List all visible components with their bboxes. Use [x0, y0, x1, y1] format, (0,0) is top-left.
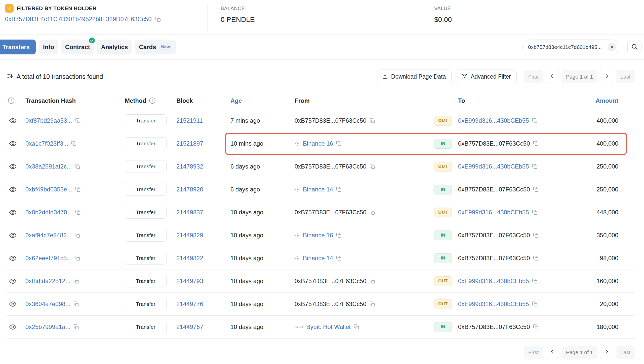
block-link[interactable]: 21449837: [176, 209, 203, 216]
tx-hash-link[interactable]: 0xaf94c7e8482...: [25, 232, 72, 239]
copy-icon[interactable]: [370, 118, 375, 123]
block-link[interactable]: 21478932: [176, 163, 203, 170]
age-header-toggle[interactable]: Age: [230, 97, 242, 104]
copy-icon[interactable]: [336, 233, 342, 238]
amount-text: 448,000: [596, 209, 618, 216]
amount-text: 20,000: [600, 301, 618, 308]
block-link[interactable]: 21449829: [176, 232, 203, 239]
pagination-first-button[interactable]: First: [524, 70, 543, 83]
tx-hash-link[interactable]: 0x0b2ddfd3470...: [25, 209, 72, 216]
tab-cards[interactable]: Cards New: [135, 40, 176, 54]
holder-address-link[interactable]: 0xB757D83E4c11C7D601b49522b8F329D07F63Cc…: [5, 16, 152, 23]
preview-eye-button[interactable]: [8, 162, 18, 171]
tx-hash-link[interactable]: 0x38a2591af2c...: [25, 163, 72, 170]
copy-icon[interactable]: [533, 187, 539, 192]
tx-hash-link[interactable]: 0xbf49bd0353e...: [25, 186, 72, 193]
block-link[interactable]: 21449793: [176, 278, 203, 285]
block-link[interactable]: 21478920: [176, 186, 203, 193]
tx-hash-link[interactable]: 0x25b7999a1a...: [25, 323, 70, 330]
from-link[interactable]: Binance 16: [303, 140, 333, 147]
age-text: 7 mins ago: [230, 117, 260, 124]
copy-icon[interactable]: [533, 324, 539, 330]
pagination-next-button[interactable]: [600, 70, 613, 83]
block-link[interactable]: 21521897: [176, 140, 203, 147]
copy-icon[interactable]: [532, 301, 538, 307]
preview-eye-button[interactable]: [8, 322, 18, 332]
copy-icon[interactable]: [75, 210, 81, 215]
copy-icon[interactable]: [532, 118, 538, 123]
download-page-data-button[interactable]: Download Page Data: [376, 70, 452, 84]
copy-icon[interactable]: [71, 141, 77, 146]
to-link[interactable]: 0xE999d316...430bCEb55: [458, 301, 529, 308]
copy-icon[interactable]: [336, 141, 342, 146]
tx-hash-link[interactable]: 0xa1c7f023ff3...: [25, 140, 68, 147]
tx-hash-link[interactable]: 0x62eeef791c5...: [25, 255, 72, 262]
copy-icon[interactable]: [370, 164, 375, 169]
copy-icon[interactable]: [75, 233, 80, 238]
tx-hash-link[interactable]: 0xf87bd29aa53...: [25, 117, 72, 124]
preview-eye-button[interactable]: [8, 253, 18, 263]
tx-hash-link[interactable]: 0x3604a7e098...: [25, 301, 70, 308]
from-link[interactable]: Binance 14: [303, 186, 333, 193]
from-link[interactable]: Bybit: Hot Wallet: [306, 323, 351, 330]
advanced-filter-button[interactable]: Advanced Filter: [456, 70, 517, 84]
pagination-prev-button[interactable]: [546, 70, 559, 83]
pagination-last-button[interactable]: Last: [616, 70, 635, 83]
to-link[interactable]: 0xE999d316...430bCEb55: [458, 117, 529, 124]
block-link[interactable]: 21449822: [176, 255, 203, 262]
help-icon[interactable]: ?: [8, 97, 14, 104]
copy-icon[interactable]: [75, 164, 80, 169]
copy-icon[interactable]: [533, 233, 539, 238]
preview-eye-button[interactable]: [8, 276, 18, 286]
copy-icon[interactable]: [155, 16, 161, 22]
to-link[interactable]: 0xE999d316...430bCEb55: [458, 278, 529, 285]
copy-icon[interactable]: [75, 187, 81, 192]
to-link[interactable]: 0xE999d316...430bCEb55: [458, 209, 529, 216]
amount-text: 98,000: [600, 255, 618, 262]
search-filter-pill[interactable]: 0xb757d83e4c11c7d601b495... ✕: [522, 40, 619, 54]
tab-transfers[interactable]: Transfers: [0, 40, 36, 54]
tab-info[interactable]: Info: [39, 40, 58, 54]
preview-eye-button[interactable]: [8, 116, 18, 125]
from-link[interactable]: Binance 14: [303, 255, 333, 262]
copy-icon[interactable]: [336, 255, 342, 261]
copy-icon[interactable]: [532, 164, 538, 169]
to-address: 0xB757D83E...07F63Cc50: [458, 255, 530, 262]
to-link[interactable]: 0xE999d316...430bCEb55: [458, 163, 529, 170]
pagination-prev-button[interactable]: [546, 346, 559, 359]
copy-icon[interactable]: [532, 278, 538, 284]
search-button[interactable]: [627, 40, 641, 54]
block-link[interactable]: 21449767: [176, 323, 203, 330]
help-icon[interactable]: ?: [149, 97, 155, 104]
preview-eye-button[interactable]: [8, 299, 18, 309]
copy-icon[interactable]: [533, 141, 539, 146]
pagination-next-button[interactable]: [600, 346, 613, 359]
copy-icon[interactable]: [75, 118, 81, 123]
copy-icon[interactable]: [354, 324, 359, 330]
copy-icon[interactable]: [73, 301, 79, 307]
copy-icon[interactable]: [532, 210, 538, 215]
amount-header-toggle[interactable]: Amount: [595, 97, 618, 104]
copy-icon[interactable]: [370, 301, 375, 307]
block-link[interactable]: 21521911: [176, 117, 203, 124]
copy-icon[interactable]: [370, 278, 375, 284]
pagination-last-button[interactable]: Last: [616, 346, 635, 359]
preview-eye-button[interactable]: [8, 139, 18, 148]
preview-eye-button[interactable]: [8, 185, 18, 194]
method-badge: Transfer: [125, 252, 167, 264]
copy-icon[interactable]: [533, 255, 539, 261]
tab-analytics[interactable]: Analytics: [97, 40, 132, 54]
preview-eye-button[interactable]: [8, 208, 18, 217]
copy-icon[interactable]: [73, 278, 79, 284]
copy-icon[interactable]: [73, 324, 79, 330]
copy-icon[interactable]: [75, 255, 80, 261]
copy-icon[interactable]: [370, 210, 375, 215]
copy-icon[interactable]: [336, 187, 342, 192]
block-link[interactable]: 21449776: [176, 301, 203, 308]
tab-contract[interactable]: Contract: [61, 40, 94, 54]
tx-hash-link[interactable]: 0xf8dfda22512...: [25, 278, 70, 285]
from-link[interactable]: Binance 16: [303, 232, 333, 239]
pagination-first-button[interactable]: First: [524, 346, 543, 359]
preview-eye-button[interactable]: [8, 230, 18, 240]
clear-filter-button[interactable]: ✕: [608, 43, 616, 51]
